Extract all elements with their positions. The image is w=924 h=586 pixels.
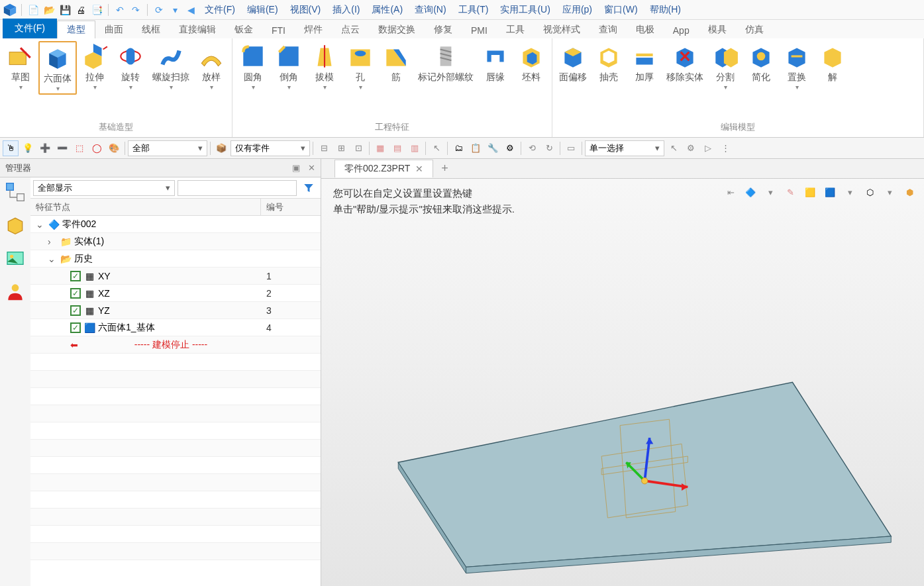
save-icon[interactable]: 💾 <box>58 3 72 17</box>
add-tab-icon[interactable]: + <box>433 162 456 175</box>
extrude-button[interactable]: 拉伸▾ <box>77 41 113 92</box>
dropdown-icon[interactable]: ▾ <box>762 184 778 200</box>
stock-button[interactable]: 坯料 <box>513 41 549 85</box>
cursor-icon[interactable]: 🖱 <box>3 140 19 156</box>
cube-iso-icon[interactable]: ⬢ <box>901 184 917 200</box>
tool-icon[interactable]: ▤ <box>389 140 405 156</box>
solid-view-icon[interactable] <box>5 215 26 236</box>
ribbon-tab[interactable]: 点云 <box>332 21 369 38</box>
hexahedron-button[interactable]: 六面体▾ <box>38 41 77 95</box>
ribbon-tab[interactable]: 线框 <box>132 21 170 38</box>
tool-icon[interactable]: ▥ <box>407 140 423 156</box>
menu-window[interactable]: 窗口(W) <box>599 4 643 16</box>
thicken-button[interactable]: 加厚 <box>627 41 662 85</box>
tool-icon[interactable]: 🗂 <box>450 140 466 156</box>
tool-icon[interactable]: ⋮ <box>717 140 733 156</box>
filter-icon[interactable] <box>299 180 318 196</box>
resolve-button[interactable]: 解 <box>815 41 850 85</box>
collapse-icon[interactable]: ⌄ <box>48 254 57 264</box>
shell-button[interactable]: 抽壳 <box>591 41 627 85</box>
menu-edit[interactable]: 编辑(E) <box>242 4 283 16</box>
ribbon-tab[interactable]: App <box>664 23 699 38</box>
menu-util[interactable]: 实用工具(U) <box>495 4 555 16</box>
checkbox-icon[interactable]: ✓ <box>70 305 81 316</box>
export-icon[interactable]: ⇤ <box>723 184 739 200</box>
tree-history[interactable]: ⌄📂历史 <box>30 250 321 268</box>
color-icon[interactable]: 🎨 <box>106 140 122 156</box>
select-circle-icon[interactable]: ◯ <box>89 140 105 156</box>
menu-help[interactable]: 帮助(H) <box>644 4 686 16</box>
helix-sweep-button[interactable]: 螺旋扫掠▾ <box>148 41 193 92</box>
close-icon[interactable]: ✕ <box>415 164 423 174</box>
tool-icon[interactable]: ⚙ <box>502 140 518 156</box>
bulb-icon[interactable]: 💡 <box>20 140 36 156</box>
select-rect-icon[interactable]: ⬚ <box>72 140 87 156</box>
split-button[interactable]: 分割▾ <box>707 41 743 92</box>
tree-view-icon[interactable] <box>5 181 26 203</box>
draft-button[interactable]: 拔模▾ <box>307 41 342 92</box>
print-plus-icon[interactable]: 📑 <box>89 3 104 17</box>
menu-insert[interactable]: 插入(I) <box>327 4 365 16</box>
tool-icon[interactable]: ↻ <box>541 140 557 156</box>
lip-button[interactable]: 唇缘 <box>478 41 513 85</box>
minus-icon[interactable]: ➖ <box>54 140 70 156</box>
feature-tree[interactable]: ⌄🔷零件002 ›📁实体(1) ⌄📂历史 ✓▦XY1 ✓▦XZ2 <box>30 216 321 586</box>
collapse-icon[interactable]: ⌄ <box>36 219 45 230</box>
filter-select[interactable]: 全部显示 <box>33 180 175 196</box>
ribbon-tab[interactable]: PMI <box>462 23 497 38</box>
tool-icon[interactable]: ⚙ <box>683 140 699 156</box>
revolve-button[interactable]: 旋转▾ <box>113 41 148 92</box>
tree-item-yz[interactable]: ✓▦YZ3 <box>30 302 321 319</box>
tree-root[interactable]: ⌄🔷零件002 <box>30 216 321 233</box>
cube-solid-icon[interactable]: 🟦 <box>822 184 838 200</box>
tool-icon[interactable]: ↖ <box>429 140 444 156</box>
tree-item-xz[interactable]: ✓▦XZ2 <box>30 285 321 302</box>
thread-button[interactable]: 标记外部螺纹 <box>414 41 478 85</box>
dropdown-icon[interactable]: ▾ <box>842 184 858 200</box>
tool-icon[interactable]: ⊟ <box>316 140 332 156</box>
user-view-icon[interactable] <box>5 281 26 302</box>
menu-query[interactable]: 查询(N) <box>409 4 451 16</box>
face-offset-button[interactable]: 面偏移 <box>555 41 591 85</box>
ribbon-tab[interactable]: 钣金 <box>225 21 262 38</box>
tool-icon[interactable]: ⟲ <box>524 140 540 156</box>
menu-view[interactable]: 视图(V) <box>285 4 327 16</box>
tool-icon[interactable]: ▭ <box>563 140 579 156</box>
refresh-icon[interactable]: ⟳ <box>152 3 166 17</box>
dropdown-icon[interactable]: ▾ <box>882 184 898 200</box>
tool-icon[interactable]: ▷ <box>700 140 716 156</box>
3d-scene[interactable] <box>341 271 917 579</box>
tool-icon[interactable]: 📋 <box>468 140 484 156</box>
tree-solid[interactable]: ›📁实体(1) <box>30 233 321 250</box>
ribbon-tab[interactable]: 曲面 <box>95 21 132 38</box>
ribbon-tab[interactable]: 数据交换 <box>369 21 425 38</box>
filter-select[interactable]: 全部 <box>128 140 207 156</box>
remove-solid-button[interactable]: 移除实体 <box>662 41 707 85</box>
close-icon[interactable]: ✕ <box>308 163 315 173</box>
image-view-icon[interactable] <box>5 248 26 269</box>
menu-app[interactable]: 应用(p) <box>557 4 597 16</box>
ribbon-tab[interactable]: 电极 <box>627 21 664 38</box>
fillet-button[interactable]: 圆角▾ <box>235 41 271 92</box>
replace-button[interactable]: 置换▾ <box>779 41 815 92</box>
ribbon-tab[interactable]: FTI <box>262 23 295 38</box>
ribbon-tab[interactable]: 查询 <box>590 21 627 38</box>
tree-item-hex[interactable]: ✓🟦六面体1_基体4 <box>30 319 321 336</box>
viewport[interactable]: 零件002.Z3PRT ✕ + 您可以在自定义设置里设置热键 单击"帮助/显示提… <box>321 159 924 586</box>
loft-button[interactable]: 放样▾ <box>193 41 229 92</box>
menu-tools[interactable]: 工具(T) <box>453 4 494 16</box>
sketch-button[interactable]: 草图▾ <box>3 41 38 92</box>
view-icon[interactable]: 🔷 <box>743 184 758 200</box>
ribbon-tab[interactable]: 模具 <box>699 21 736 38</box>
parts-select[interactable]: 仅有零件 <box>231 140 310 156</box>
minimize-icon[interactable]: ▣ <box>292 163 300 173</box>
tool-icon[interactable]: ⊡ <box>350 140 366 156</box>
box-icon[interactable]: 📦 <box>213 140 229 156</box>
checkbox-icon[interactable]: ✓ <box>70 271 81 281</box>
select-mode[interactable]: 单一选择 <box>585 140 664 156</box>
open-icon[interactable]: 📂 <box>42 3 56 17</box>
new-icon[interactable]: 📄 <box>26 3 40 17</box>
ribbon-tab[interactable]: 焊件 <box>295 21 332 38</box>
rib-button[interactable]: 筋 <box>378 41 414 85</box>
play-icon[interactable]: ◀ <box>183 3 198 17</box>
